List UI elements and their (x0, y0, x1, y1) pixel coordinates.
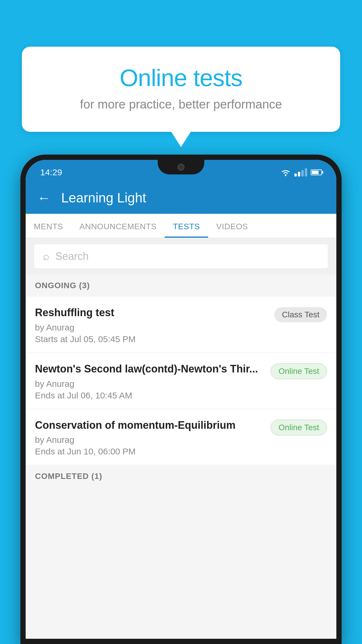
app-header: ← Learning Light (26, 182, 336, 214)
test-info-2: Newton's Second law(contd)-Newton's Thir… (35, 362, 270, 400)
test-badge-3: Online Test (270, 420, 327, 435)
tab-videos[interactable]: VIDEOS (208, 214, 256, 238)
battery-icon (311, 169, 322, 175)
svg-point-0 (285, 174, 287, 176)
test-badge-1: Class Test (274, 307, 327, 322)
app-title: Learning Light (61, 190, 146, 206)
ongoing-section-header: ONGOING (3) (26, 274, 336, 297)
test-card-reshuffling[interactable]: Reshuffling test by Anurag Starts at Jul… (26, 297, 336, 352)
test-time-3: Ends at Jun 10, 06:00 PM (35, 447, 263, 456)
test-time-1: Starts at Jul 05, 05:45 PM (35, 334, 267, 344)
bubble-title: Online tests (45, 64, 317, 92)
content-area: ONGOING (3) Reshuffling test by Anurag S… (26, 274, 336, 639)
status-time: 14:29 (40, 167, 62, 177)
test-info-1: Reshuffling test by Anurag Starts at Jul… (35, 306, 274, 344)
completed-section-header: COMPLETED (1) (26, 465, 336, 484)
test-time-2: Ends at Jul 06, 10:45 AM (35, 391, 263, 400)
tab-tests[interactable]: TESTS (165, 214, 208, 238)
speech-bubble: Online tests for more practice, better p… (22, 47, 340, 132)
signal-bars-icon (294, 168, 307, 176)
search-container: ⌕ Search (26, 238, 336, 274)
camera-dot (178, 164, 184, 171)
test-name-1: Reshuffling test (35, 306, 267, 320)
notch (158, 160, 204, 174)
test-author-2: by Anurag (35, 379, 263, 389)
status-icons (280, 168, 322, 176)
test-info-3: Conservation of momentum-Equilibrium by … (35, 419, 270, 457)
search-input[interactable]: Search (55, 250, 89, 262)
test-card-conservation[interactable]: Conservation of momentum-Equilibrium by … (26, 409, 336, 465)
test-name-2: Newton's Second law(contd)-Newton's Thir… (35, 362, 263, 376)
test-badge-2: Online Test (270, 363, 327, 379)
phone-screen: 14:29 (26, 160, 336, 639)
tab-announcements[interactable]: ANNOUNCEMENTS (71, 214, 165, 238)
tab-ments[interactable]: MENTS (26, 214, 71, 238)
test-author-1: by Anurag (35, 323, 267, 332)
bubble-subtitle: for more practice, better performance (45, 97, 317, 111)
search-icon: ⌕ (43, 250, 50, 262)
wifi-icon (280, 168, 291, 176)
back-button[interactable]: ← (37, 190, 51, 206)
test-name-3: Conservation of momentum-Equilibrium (35, 419, 263, 432)
test-card-newton[interactable]: Newton's Second law(contd)-Newton's Thir… (26, 353, 336, 409)
search-box[interactable]: ⌕ Search (34, 244, 328, 269)
test-author-3: by Anurag (35, 435, 263, 445)
status-bar: 14:29 (26, 160, 336, 182)
tabs-bar: MENTS ANNOUNCEMENTS TESTS VIDEOS (26, 214, 336, 238)
phone-frame: 14:29 (20, 155, 342, 644)
